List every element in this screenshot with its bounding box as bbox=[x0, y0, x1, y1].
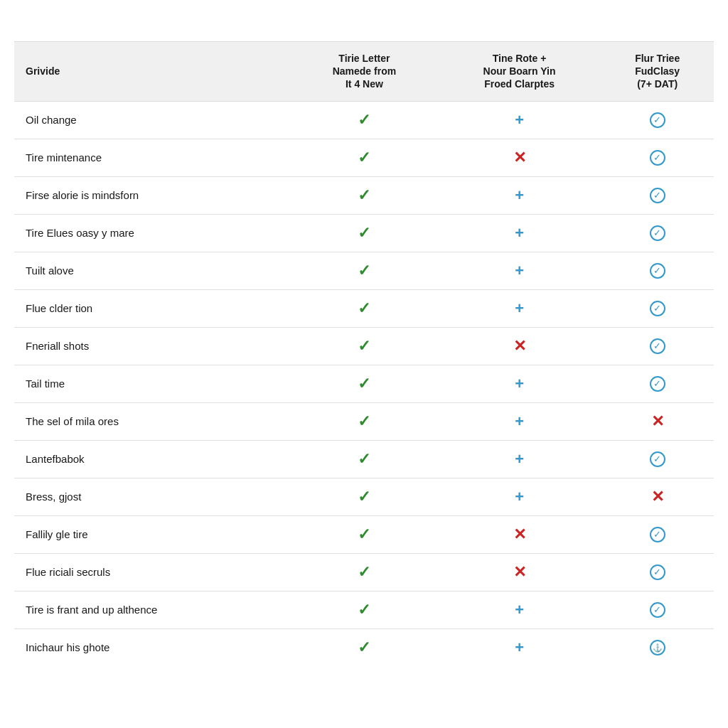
table-row: Tire Elues oasy y mare✓+✓ bbox=[14, 214, 714, 252]
row-label: Fallily gle tire bbox=[14, 515, 291, 553]
circle-check-icon: ✓ bbox=[650, 602, 665, 618]
row-cell-col1: ✓ bbox=[291, 628, 438, 666]
row-label: Fneriall shots bbox=[14, 327, 291, 365]
check-icon: ✓ bbox=[358, 412, 370, 430]
row-label: Bress, gjost bbox=[14, 478, 291, 515]
table-row: Tire mintenance✓✕✓ bbox=[14, 139, 714, 176]
check-icon: ✓ bbox=[358, 262, 370, 279]
check-icon: ✓ bbox=[358, 186, 370, 204]
row-label: Lantefbabok bbox=[14, 440, 291, 478]
row-cell-col3: ✕ bbox=[601, 402, 714, 440]
row-cell-col1: ✓ bbox=[291, 139, 438, 176]
row-cell-col2: + bbox=[438, 591, 601, 628]
check-icon: ✓ bbox=[358, 638, 370, 656]
row-cell-col3: ✓ bbox=[601, 553, 714, 591]
row-label: Tuilt alove bbox=[14, 252, 291, 289]
plus-icon: + bbox=[515, 262, 524, 279]
row-cell-col3: ✓ bbox=[601, 327, 714, 365]
row-cell-col1: ✓ bbox=[291, 327, 438, 365]
circle-check-icon: ✓ bbox=[650, 376, 665, 392]
row-cell-col1: ✓ bbox=[291, 101, 438, 139]
x-icon: ✕ bbox=[513, 337, 526, 355]
row-cell-col2: ✕ bbox=[438, 327, 601, 365]
x-icon: ✕ bbox=[513, 149, 526, 166]
row-cell-col2: + bbox=[438, 402, 601, 440]
comparison-table: GrivideTirie LetterNamede fromIt 4 NewTi… bbox=[14, 41, 714, 666]
row-cell-col1: ✓ bbox=[291, 365, 438, 402]
column-header-col2: Tine Rote +Nour Boarn YinFroed Clarptes bbox=[438, 42, 601, 102]
x-icon: ✕ bbox=[651, 412, 664, 430]
check-icon: ✓ bbox=[358, 563, 370, 581]
row-label: Tire is frant and up althence bbox=[14, 591, 291, 628]
check-icon: ✓ bbox=[358, 149, 370, 166]
plus-icon: + bbox=[515, 412, 524, 430]
row-cell-col3: ✓ bbox=[601, 591, 714, 628]
row-label: Tire Elues oasy y mare bbox=[14, 214, 291, 252]
plus-icon: + bbox=[515, 488, 524, 505]
circle-check-icon: ✓ bbox=[650, 338, 665, 354]
circle-anchor-icon: ⚓ bbox=[650, 640, 665, 655]
table-row: Flue riciali secruls✓✕✓ bbox=[14, 553, 714, 591]
check-icon: ✓ bbox=[358, 450, 370, 468]
row-cell-col2: ✕ bbox=[438, 515, 601, 553]
plus-icon: + bbox=[515, 224, 524, 242]
row-label: Inichaur his ghote bbox=[14, 628, 291, 666]
row-cell-col2: ✕ bbox=[438, 553, 601, 591]
column-header-col1: Tirie LetterNamede fromIt 4 New bbox=[291, 42, 438, 102]
column-header-grivide: Grivide bbox=[14, 42, 291, 102]
table-row: Tuilt alove✓+✓ bbox=[14, 252, 714, 289]
row-cell-col1: ✓ bbox=[291, 591, 438, 628]
row-cell-col3: ✓ bbox=[601, 365, 714, 402]
row-cell-col3: ✓ bbox=[601, 176, 714, 214]
x-icon: ✕ bbox=[513, 563, 526, 581]
row-cell-col2: ✕ bbox=[438, 139, 601, 176]
check-icon: ✓ bbox=[358, 224, 370, 242]
row-cell-col3: ✓ bbox=[601, 515, 714, 553]
row-cell-col2: + bbox=[438, 214, 601, 252]
row-cell-col2: + bbox=[438, 365, 601, 402]
table-row: Tire is frant and up althence✓+✓ bbox=[14, 591, 714, 628]
row-cell-col1: ✓ bbox=[291, 402, 438, 440]
row-label: Firse alorie is mindsforn bbox=[14, 176, 291, 214]
circle-check-icon: ✓ bbox=[650, 263, 665, 279]
circle-check-icon: ✓ bbox=[650, 225, 665, 241]
row-cell-col2: + bbox=[438, 440, 601, 478]
table-row: Fneriall shots✓✕✓ bbox=[14, 327, 714, 365]
plus-icon: + bbox=[515, 638, 524, 656]
row-cell-col3: ✓ bbox=[601, 440, 714, 478]
row-label: Oil change bbox=[14, 101, 291, 139]
circle-check-icon: ✓ bbox=[650, 112, 665, 128]
row-cell-col3: ✓ bbox=[601, 101, 714, 139]
table-row: Firse alorie is mindsforn✓+✓ bbox=[14, 176, 714, 214]
table-row: Lantefbabok✓+✓ bbox=[14, 440, 714, 478]
row-cell-col1: ✓ bbox=[291, 478, 438, 515]
row-cell-col3: ✓ bbox=[601, 252, 714, 289]
table-row: Tail time✓+✓ bbox=[14, 365, 714, 402]
plus-icon: + bbox=[515, 186, 524, 204]
row-cell-col1: ✓ bbox=[291, 440, 438, 478]
x-icon: ✕ bbox=[651, 488, 664, 505]
table-row: Flue clder tion✓+✓ bbox=[14, 289, 714, 327]
row-label: The sel of mila ores bbox=[14, 402, 291, 440]
plus-icon: + bbox=[515, 375, 524, 392]
table-row: The sel of mila ores✓+✕ bbox=[14, 402, 714, 440]
row-label: Flue riciali secruls bbox=[14, 553, 291, 591]
row-cell-col1: ✓ bbox=[291, 553, 438, 591]
row-cell-col3: ✓ bbox=[601, 289, 714, 327]
check-icon: ✓ bbox=[358, 375, 370, 392]
plus-icon: + bbox=[515, 601, 524, 619]
table-row: Bress, gjost✓+✕ bbox=[14, 478, 714, 515]
column-header-col3: Flur TrieeFudClasy(7+ DAT) bbox=[601, 42, 714, 102]
row-cell-col1: ✓ bbox=[291, 176, 438, 214]
row-cell-col1: ✓ bbox=[291, 214, 438, 252]
table-row: Fallily gle tire✓✕✓ bbox=[14, 515, 714, 553]
plus-icon: + bbox=[515, 111, 524, 129]
circle-check-icon: ✓ bbox=[650, 451, 665, 467]
row-cell-col2: + bbox=[438, 289, 601, 327]
circle-check-icon: ✓ bbox=[650, 301, 665, 316]
row-cell-col2: + bbox=[438, 176, 601, 214]
row-cell-col3: ✓ bbox=[601, 139, 714, 176]
plus-icon: + bbox=[515, 299, 524, 317]
row-cell-col2: + bbox=[438, 101, 601, 139]
table-row: Oil change✓+✓ bbox=[14, 101, 714, 139]
